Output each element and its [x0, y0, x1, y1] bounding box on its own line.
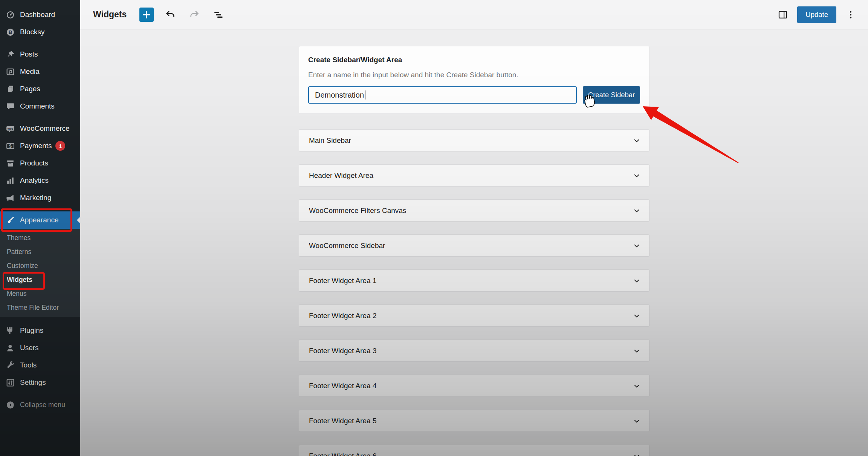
chevron-down-icon[interactable] — [632, 276, 642, 286]
sidebar-name-input-value: Demonstration — [315, 91, 364, 99]
widget-area-title: Footer Widget Area 1 — [309, 277, 377, 285]
marketing-icon — [6, 193, 15, 203]
widget-area-title: Header Widget Area — [309, 171, 373, 180]
tools-icon — [6, 361, 15, 370]
sidebar-subitem-customize[interactable]: Customize — [0, 259, 80, 273]
widget-area-panel-footer-widget-area-1[interactable]: Footer Widget Area 1 — [299, 269, 649, 292]
editor-header-left: Widgets — [93, 7, 226, 22]
sidebar-item-label: Appearance — [20, 216, 58, 224]
widget-area-panel-footer-widget-area-3[interactable]: Footer Widget Area 3 — [299, 340, 649, 362]
sidebar-subitem-themes[interactable]: Themes — [0, 231, 80, 245]
chevron-down-icon[interactable] — [632, 171, 642, 181]
sidebar-subitem-label: Patterns — [7, 248, 31, 256]
widget-area-panel-header-widget-area[interactable]: Header Widget Area — [299, 164, 649, 187]
sidebar-item-blocksy[interactable]: BBlocksy — [0, 23, 80, 41]
editor-content: Create Sidebar/Widget Area Enter a name … — [80, 29, 868, 456]
update-button[interactable]: Update — [797, 6, 836, 23]
sidebar-item-products[interactable]: Products — [0, 155, 80, 172]
redo-icon — [189, 9, 200, 20]
create-sidebar-description: Enter a name in the input below and hit … — [308, 70, 640, 80]
chevron-down-icon[interactable] — [632, 451, 642, 456]
sidebar-item-settings[interactable]: Settings — [0, 374, 80, 391]
sidebar-subitem-patterns[interactable]: Patterns — [0, 245, 80, 259]
chevron-down-icon[interactable] — [632, 206, 642, 216]
sidebar-item-dashboard[interactable]: Dashboard — [0, 6, 80, 23]
dashboard-icon — [6, 10, 15, 20]
settings-sidebar-button[interactable] — [775, 7, 790, 22]
sidebar-item-label: Users — [20, 344, 39, 352]
sidebar-item-plugins[interactable]: Plugins — [0, 322, 80, 339]
widget-area-title: Footer Widget Area 4 — [309, 382, 377, 390]
chevron-down-icon[interactable] — [632, 416, 642, 426]
add-block-button[interactable] — [139, 8, 154, 22]
widget-area-panel-main-sidebar[interactable]: Main Sidebar — [299, 129, 649, 151]
sidebar-name-input[interactable]: Demonstration — [308, 86, 577, 104]
chevron-down-icon[interactable] — [632, 241, 642, 251]
sidebar-item-payments[interactable]: $Payments1 — [0, 137, 80, 155]
sidebar-subitem-widgets[interactable]: Widgets — [0, 273, 80, 287]
sidebar-item-woocommerce[interactable]: WooWooCommerce — [0, 120, 80, 137]
redo-button[interactable] — [187, 7, 202, 22]
sidebar-item-comments[interactable]: Comments — [0, 98, 80, 115]
sidebar-item-users[interactable]: Users — [0, 339, 80, 357]
sidebar-item-marketing[interactable]: Marketing — [0, 189, 80, 207]
widget-area-title: Footer Widget Area 3 — [309, 347, 377, 355]
list-view-button[interactable] — [211, 7, 226, 22]
pages-icon — [6, 84, 15, 94]
sidebar-item-tools[interactable]: Tools — [0, 357, 80, 374]
menu-group: Collapse menu — [0, 396, 80, 413]
widget-area-panel-footer-widget-area-4[interactable]: Footer Widget Area 4 — [299, 375, 649, 397]
chevron-down-icon[interactable] — [632, 136, 642, 145]
sidebar-item-label: Dashboard — [20, 11, 55, 19]
sidebar-subitem-menus[interactable]: Menus — [0, 287, 80, 301]
collapse-icon — [6, 400, 15, 410]
analytics-icon — [6, 176, 15, 185]
menu-group: PostsMediaPagesComments — [0, 46, 80, 115]
undo-button[interactable] — [163, 7, 178, 22]
sidebar-item-label: Media — [20, 67, 40, 76]
widget-area-panel-footer-widget-area-6[interactable]: Footer Widget Area 6 — [299, 445, 649, 456]
chevron-down-icon[interactable] — [632, 311, 642, 321]
sidebar-item-label: Pages — [20, 85, 40, 93]
svg-text:Woo: Woo — [8, 127, 14, 130]
menu-group: WooWooCommerce$Payments1ProductsAnalytic… — [0, 120, 80, 207]
sidebar-subitem-theme-file-editor[interactable]: Theme File Editor — [0, 301, 80, 315]
editor-header-right: Update — [775, 6, 858, 23]
menu-group: PluginsUsersToolsSettings — [0, 322, 80, 391]
sidebar-item-collapse-menu[interactable]: Collapse menu — [0, 396, 80, 413]
chevron-down-icon[interactable] — [632, 381, 642, 391]
admin-sidebar: DashboardBBlocksyPostsMediaPagesComments… — [0, 0, 80, 456]
blocksy-icon: B — [6, 28, 15, 37]
sidebar-item-pages[interactable]: Pages — [0, 80, 80, 98]
create-sidebar-heading: Create Sidebar/Widget Area — [308, 55, 640, 64]
sidebar-item-analytics[interactable]: Analytics — [0, 172, 80, 189]
page-title: Widgets — [93, 9, 127, 20]
widget-area-panel-woocommerce-filters-canvas[interactable]: WooCommerce Filters Canvas — [299, 199, 649, 222]
sidebar-subitem-label: Theme File Editor — [7, 304, 59, 312]
sidebar-item-label: Collapse menu — [20, 401, 65, 409]
options-menu-button[interactable] — [843, 7, 858, 22]
sidebar-item-label: Payments — [20, 142, 52, 150]
svg-text:$: $ — [9, 144, 12, 149]
create-sidebar-panel: Create Sidebar/Widget Area Enter a name … — [299, 46, 649, 114]
options-icon — [845, 9, 856, 20]
notification-badge: 1 — [55, 141, 65, 151]
widget-area-panel-footer-widget-area-2[interactable]: Footer Widget Area 2 — [299, 305, 649, 327]
widget-area-title: WooCommerce Sidebar — [309, 242, 385, 250]
widget-area-panel-footer-widget-area-5[interactable]: Footer Widget Area 5 — [299, 410, 649, 432]
sidebar-item-label: Plugins — [20, 326, 43, 335]
sidebar-item-label: WooCommerce — [20, 124, 70, 133]
sidebar-subitem-label: Widgets — [7, 276, 32, 284]
create-sidebar-button[interactable]: Create Sidebar — [583, 86, 640, 104]
chevron-down-icon[interactable] — [632, 346, 642, 356]
widget-area-panel-woocommerce-sidebar[interactable]: WooCommerce Sidebar — [299, 234, 649, 257]
sidebar-item-appearance[interactable]: Appearance — [0, 211, 80, 229]
wp-admin-widgets-screen: DashboardBBlocksyPostsMediaPagesComments… — [0, 0, 868, 456]
sidebar-item-media[interactable]: Media — [0, 63, 80, 80]
settings-icon — [6, 378, 15, 387]
widget-area-title: Footer Widget Area 2 — [309, 312, 377, 320]
sidebar-item-label: Posts — [20, 50, 38, 58]
create-sidebar-form: Demonstration Create Sidebar — [308, 86, 640, 104]
sidebar-item-posts[interactable]: Posts — [0, 46, 80, 63]
sidebar-item-label: Settings — [20, 378, 46, 387]
